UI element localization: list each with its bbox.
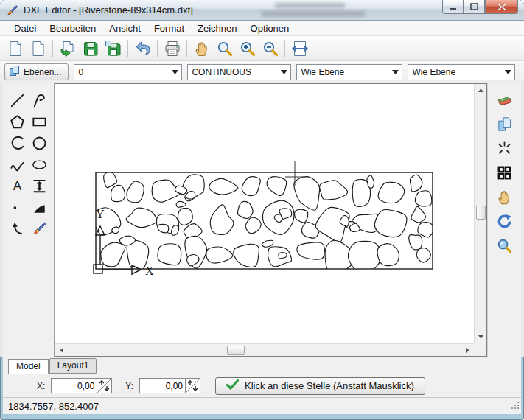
x-spinner[interactable] (97, 378, 112, 393)
x-coordinate-input[interactable] (51, 378, 97, 393)
y-coordinate-input[interactable] (139, 378, 185, 393)
new-file-button[interactable] (4, 38, 27, 59)
spline-tool-button[interactable] (7, 154, 29, 175)
riverstone-drawing: YX (55, 84, 472, 344)
explode-tool-button[interactable] (494, 138, 516, 158)
eraser-tool-button[interactable] (494, 89, 516, 110)
rectangle-tool-button[interactable] (29, 111, 51, 133)
print-icon (164, 40, 181, 57)
menu-ansicht[interactable]: Ansicht (102, 21, 147, 35)
pan-hand-tool-button[interactable] (494, 186, 516, 207)
maximize-button[interactable] (464, 0, 485, 14)
window-title: DXF Editor - [Riverstone-89x314cm.dxf] (24, 4, 193, 15)
horizontal-scroll-thumb[interactable] (227, 346, 245, 355)
line-icon (9, 92, 26, 109)
zoom-button[interactable] (213, 38, 236, 59)
zoom-view-tool-button[interactable] (494, 235, 516, 256)
save-file-button[interactable] (79, 38, 102, 59)
main-area: A YX (0, 83, 524, 357)
copy-tool-button[interactable] (494, 113, 516, 134)
leader-tool-button[interactable] (7, 218, 29, 239)
linetype-select[interactable]: CONTINUOUS (187, 64, 291, 80)
zoom-view-icon (496, 237, 513, 254)
drawing-canvas[interactable]: YX (55, 83, 487, 357)
save-as-file-icon (105, 40, 122, 57)
resize-grip[interactable] (511, 399, 520, 413)
horizontal-scrollbar[interactable] (55, 343, 474, 356)
zoom-extents-button[interactable] (288, 38, 311, 59)
window-frame (0, 414, 524, 420)
menu-zeichnen[interactable]: Zeichnen (191, 21, 243, 35)
menubar: Datei Bearbeiten Ansicht Format Zeichnen… (0, 21, 524, 36)
ellipse-tool-button[interactable] (29, 154, 51, 175)
lineweight-select[interactable]: Wie Ebene (408, 64, 515, 80)
scrollbar-corner (474, 343, 486, 356)
arc-icon (9, 135, 26, 152)
open-file-button[interactable] (56, 38, 79, 59)
chevron-down-icon (278, 70, 290, 74)
menu-optionen[interactable]: Optionen (244, 21, 296, 35)
zoom-out-button[interactable] (259, 38, 282, 59)
app-window: DXF Editor - [Riverstone-89x314cm.dxf] D… (0, 0, 524, 420)
new-drawing-icon (29, 40, 47, 57)
polygon-icon (9, 113, 26, 130)
y-spinner[interactable] (185, 378, 200, 393)
scroll-up-icon[interactable] (475, 85, 486, 96)
ucs-x-label: X (145, 265, 154, 277)
scroll-left-icon[interactable] (56, 345, 67, 356)
pan-hand-icon (496, 189, 513, 206)
modify-tool-palette (487, 83, 521, 357)
undo-button[interactable] (131, 38, 154, 59)
point-tool-button[interactable] (7, 197, 29, 218)
tab-layout1[interactable]: Layout1 (49, 358, 97, 374)
format-toolbar: Ebenen... 0 CONTINUOUS Wie Ebene Wie Ebe… (0, 61, 524, 83)
chevron-down-icon (502, 70, 514, 74)
scroll-right-icon[interactable] (462, 345, 473, 356)
click-here-button-label: Klick an diese Stelle (Anstatt Mausklick… (245, 380, 414, 391)
toolbar-separator (284, 40, 285, 57)
minimize-button[interactable] (442, 0, 464, 14)
text-tool-button[interactable]: A (7, 175, 29, 197)
polyline-tool-button[interactable] (29, 90, 51, 111)
arc-tool-button[interactable] (7, 133, 29, 154)
text-height-icon (31, 178, 48, 195)
eraser-icon (496, 91, 513, 108)
statusbar: 1834.7557, 852.4007 (3, 397, 521, 414)
click-here-button[interactable]: Klick an diese Stelle (Anstatt Mausklick… (215, 377, 425, 395)
rotate-tool-button[interactable] (494, 211, 516, 231)
blocks-icon (496, 164, 513, 181)
menu-format[interactable]: Format (147, 21, 191, 35)
menu-bearbeiten[interactable]: Bearbeiten (43, 21, 102, 35)
pan-hand-button[interactable] (190, 38, 213, 59)
vertical-scrollbar[interactable] (474, 84, 486, 343)
color-select[interactable]: Wie Ebene (296, 64, 402, 80)
undo-icon (134, 40, 152, 57)
scroll-down-icon[interactable] (475, 332, 486, 343)
blocks-tool-button[interactable] (494, 162, 516, 183)
titlebar: DXF Editor - [Riverstone-89x314cm.dxf] (0, 0, 524, 21)
explode-icon (496, 140, 513, 157)
layer-select[interactable]: 0 (74, 64, 182, 80)
toolbar-separator (52, 40, 53, 57)
circle-tool-button[interactable] (29, 133, 51, 154)
window-controls (442, 0, 518, 14)
paintbrush-tool-button[interactable] (29, 218, 51, 239)
close-button[interactable] (485, 0, 518, 14)
draw-tool-palette: A (3, 83, 55, 357)
save-as-file-button[interactable] (102, 38, 125, 59)
zoom-in-button[interactable] (236, 38, 259, 59)
polygon-tool-button[interactable] (7, 111, 29, 133)
solid-fill-tool-button[interactable] (29, 197, 51, 218)
line-tool-button[interactable] (7, 90, 29, 111)
tab-model[interactable]: Model (8, 359, 49, 374)
titlebar-ghost-reflection (254, 2, 391, 18)
menu-datei[interactable]: Datei (7, 21, 43, 35)
vertical-scroll-thumb[interactable] (476, 206, 486, 220)
new-drawing-button[interactable] (27, 38, 49, 59)
print-button[interactable] (161, 38, 184, 59)
save-file-icon (82, 40, 99, 57)
text-height-tool-button[interactable] (29, 175, 51, 197)
solid-fill-icon (31, 199, 48, 216)
layers-button[interactable]: Ebenen... (4, 63, 69, 80)
x-label: X: (37, 381, 45, 391)
